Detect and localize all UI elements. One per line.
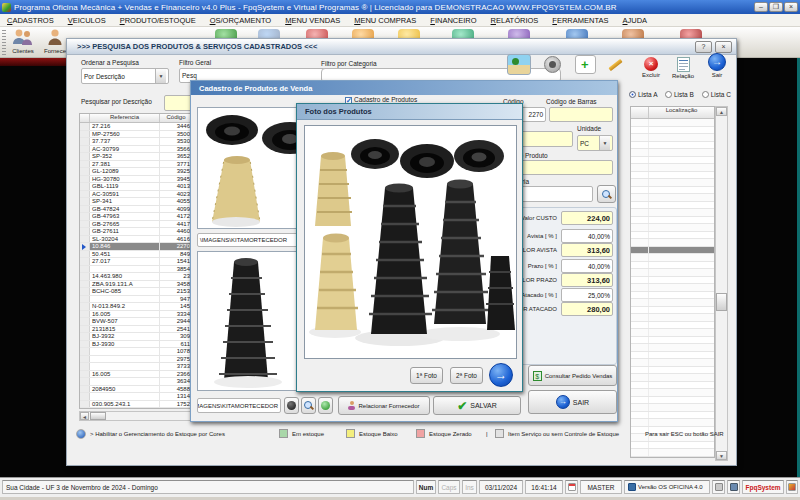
localizacao-row[interactable] <box>631 359 714 367</box>
cadastro-titlebar[interactable]: Cadastro de Produtos de Venda <box>191 81 617 95</box>
menu-item-ajuda[interactable]: AJUDA <box>616 16 655 25</box>
table-row[interactable]: 2975 <box>80 356 192 364</box>
table-row[interactable]: GB-478244099 <box>80 206 192 214</box>
ordenar-combobox[interactable]: Por Descrição ▼ <box>81 68 169 84</box>
next-foto-button[interactable]: → <box>489 363 513 387</box>
table-row[interactable]: AC-305914023 <box>80 191 192 199</box>
localizacao-row[interactable] <box>631 344 714 352</box>
minimize-button[interactable]: – <box>754 2 768 12</box>
localizacao-row[interactable] <box>631 299 714 307</box>
localizacao-row[interactable] <box>631 322 714 330</box>
localizacao-row[interactable] <box>631 449 714 457</box>
chevron-down-icon[interactable]: ▼ <box>599 136 610 150</box>
image-path-input-2[interactable]: \IMAGENS\KITAMORTECEDOR <box>197 398 281 413</box>
foto2-button[interactable]: 2ª Foto <box>450 367 483 384</box>
localizacao-row[interactable] <box>631 412 714 420</box>
table-row[interactable]: 10.8462270 <box>80 243 192 251</box>
unidade-combobox[interactable]: PC ▼ <box>577 135 613 151</box>
table-row[interactable]: ZBA.919.131.A3458 <box>80 281 192 289</box>
localizacao-row[interactable] <box>631 367 714 375</box>
header-codigo[interactable]: Código <box>160 114 192 122</box>
menu-item-cadastros[interactable]: CADASTROS <box>0 16 61 25</box>
add-icon[interactable]: + <box>575 55 596 74</box>
scroll-down-icon[interactable]: ▼ <box>716 451 727 460</box>
localizacao-row[interactable] <box>631 277 714 285</box>
close-button[interactable]: × <box>784 2 798 12</box>
localizacao-row[interactable] <box>631 209 714 217</box>
localizacao-row[interactable] <box>631 224 714 232</box>
price-input[interactable]: 25,00% <box>561 288 613 302</box>
radio-lista-b[interactable]: Lista B <box>665 91 694 98</box>
estoque-cores-toggle-icon[interactable] <box>76 429 86 439</box>
table-row[interactable]: GBL-11194013 <box>80 183 192 191</box>
localizacao-row[interactable] <box>631 149 714 157</box>
table-row[interactable]: 50.451849 <box>80 251 192 259</box>
menu-item-financeiro[interactable]: FINANCEIRO <box>423 16 483 25</box>
table-row[interactable]: 947 <box>80 296 192 304</box>
menu-item-relat-rios[interactable]: RELATÓRIOS <box>484 16 546 25</box>
table-row[interactable]: 37.7373530 <box>80 138 192 146</box>
table-row[interactable]: GB-276654417 <box>80 221 192 229</box>
localizacao-row[interactable] <box>631 247 714 255</box>
categoria-search-button[interactable] <box>597 185 616 203</box>
table-row[interactable]: 030.905.243.11752 <box>80 401 192 409</box>
header-referencia[interactable]: Referencia <box>90 114 160 122</box>
excluir-button[interactable]: × Excluir <box>637 57 665 78</box>
scroll-left-icon[interactable]: ◄ <box>80 412 89 420</box>
radio-lista-a[interactable]: Lista A <box>629 91 657 98</box>
consultar-pedido-vendas-button[interactable]: $ Consultar Pedido Vendas <box>528 365 617 386</box>
zoom-photo-button[interactable] <box>301 397 316 414</box>
habilitar-estoque-label[interactable]: > Habilitar o Gerenciamento do Estoque p… <box>90 431 225 437</box>
localizacao-row[interactable] <box>631 217 714 225</box>
localizacao-row[interactable] <box>631 314 714 322</box>
scroll-thumb[interactable] <box>716 293 727 311</box>
table-row[interactable]: BCHC-0852153 <box>80 288 192 296</box>
localizacao-row[interactable] <box>631 134 714 142</box>
table-row[interactable]: AC-307993566 <box>80 146 192 154</box>
refresh-photo-button[interactable] <box>318 397 333 414</box>
menu-item-produto-estoque[interactable]: PRODUTO/ESTOQUE <box>113 16 203 25</box>
relacionar-fornecedor-button[interactable]: Relacionar Fornecedor <box>338 396 430 415</box>
price-input[interactable]: 224,00 <box>561 211 613 225</box>
price-input[interactable]: 313,60 <box>561 243 613 257</box>
table-row[interactable]: BVW-5072944 <box>80 318 192 326</box>
table-row[interactable]: 27.2163446 <box>80 123 192 131</box>
localizacao-row[interactable] <box>631 329 714 337</box>
localizacao-row[interactable] <box>631 254 714 262</box>
localizacao-row[interactable] <box>631 179 714 187</box>
pesquisa-help-button[interactable]: ? <box>695 41 712 53</box>
localizacao-row[interactable] <box>631 194 714 202</box>
localizacao-row[interactable] <box>631 352 714 360</box>
localizacao-row[interactable] <box>631 232 714 240</box>
localizacao-row[interactable] <box>631 389 714 397</box>
toolbar-fornecedores-button[interactable]: Fornece <box>42 28 68 54</box>
localizacao-row[interactable] <box>631 262 714 270</box>
price-input[interactable]: 40,00% <box>561 259 613 273</box>
radio-lista-c[interactable]: Lista C <box>702 91 731 98</box>
localizacao-row[interactable] <box>631 172 714 180</box>
table-row[interactable]: 14.463.98023 <box>80 273 192 281</box>
table-row[interactable]: SL-302044616 <box>80 236 192 244</box>
image-beach-icon[interactable] <box>507 54 531 75</box>
table-row[interactable]: 1078 <box>80 348 192 356</box>
localizacao-row[interactable] <box>631 442 714 450</box>
table-row[interactable]: 27.0171541 <box>80 258 192 266</box>
table-row[interactable]: 21318152541 <box>80 326 192 334</box>
menu-item-menu-vendas[interactable]: MENU VENDAS <box>278 16 347 25</box>
price-input[interactable]: 313,60 <box>561 273 613 287</box>
localizacao-header[interactable]: Localização <box>631 107 714 119</box>
localizacao-row[interactable] <box>631 397 714 405</box>
table-row[interactable]: 3854 <box>80 266 192 274</box>
localizacao-row[interactable] <box>631 157 714 165</box>
table-row[interactable]: BJ-3932309 <box>80 333 192 341</box>
localizacao-row[interactable] <box>631 307 714 315</box>
scroll-up-icon[interactable]: ▲ <box>716 107 727 116</box>
localizacao-vscrollbar[interactable]: ▲ ▼ <box>715 106 728 461</box>
pesquisa-close-button[interactable]: × <box>715 41 732 53</box>
localizacao-row[interactable] <box>631 292 714 300</box>
table-row[interactable]: GL-120893925 <box>80 168 192 176</box>
table-row[interactable]: 1314 <box>80 393 192 401</box>
products-hscrollbar[interactable]: ◄ <box>79 411 193 421</box>
localizacao-row[interactable] <box>631 202 714 210</box>
camera-icon[interactable] <box>541 54 565 75</box>
